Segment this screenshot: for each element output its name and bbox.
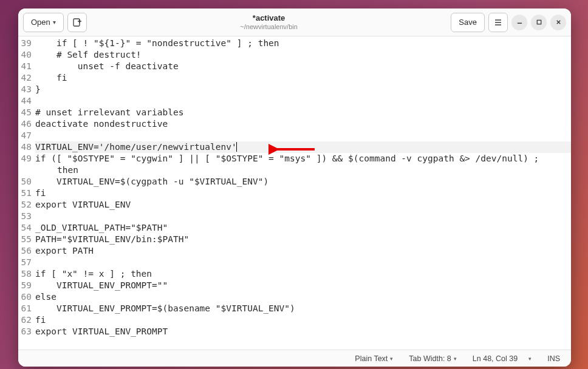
line-number: 49 bbox=[18, 153, 32, 164]
code-line[interactable]: VIRTUAL_ENV_PROMPT=$(basename "$VIRTUAL_… bbox=[35, 303, 571, 314]
close-button[interactable] bbox=[550, 15, 566, 30]
text-editor[interactable]: 3940414243444546474849505152535455565758… bbox=[18, 36, 571, 350]
line-number: 46 bbox=[18, 118, 32, 130]
code-line[interactable] bbox=[35, 130, 571, 141]
code-line[interactable]: else bbox=[35, 291, 571, 303]
chevron-down-icon: ▾ bbox=[528, 356, 532, 362]
new-tab-icon bbox=[72, 18, 82, 27]
open-label: Open bbox=[31, 18, 50, 27]
chevron-down-icon: ▾ bbox=[53, 19, 56, 25]
code-line[interactable]: # Self destruct! bbox=[35, 49, 571, 61]
line-number: 51 bbox=[18, 188, 32, 199]
minimize-icon bbox=[516, 19, 523, 25]
line-number: 62 bbox=[18, 314, 32, 326]
line-number: 39 bbox=[18, 38, 32, 49]
titlebar: Open ▾ *activate ~/newvirtualenv/bin Sav… bbox=[18, 8, 571, 36]
text-cursor bbox=[236, 142, 237, 152]
code-line[interactable]: export PATH bbox=[35, 245, 571, 257]
line-number: 61 bbox=[18, 303, 32, 314]
code-line[interactable]: then bbox=[35, 164, 571, 176]
line-number: 48 bbox=[18, 141, 32, 153]
statusbar: Plain Text ▾ Tab Width: 8 ▾ Ln 48, Col 3… bbox=[18, 350, 571, 367]
code-line[interactable]: } bbox=[35, 84, 571, 95]
hamburger-menu-button[interactable] bbox=[488, 13, 508, 32]
code-line[interactable]: if [ "x" != x ] ; then bbox=[35, 268, 571, 280]
line-number: 50 bbox=[18, 176, 32, 188]
open-button[interactable]: Open ▾ bbox=[23, 13, 64, 32]
code-line[interactable]: PATH="$VIRTUAL_ENV/bin:$PATH" bbox=[35, 234, 571, 245]
line-number: 56 bbox=[18, 245, 32, 257]
code-line[interactable] bbox=[35, 211, 571, 222]
code-line[interactable]: fi bbox=[35, 72, 571, 84]
code-line[interactable]: if [ ! "${1-}" = "nondestructive" ] ; th… bbox=[35, 38, 571, 49]
code-line[interactable] bbox=[35, 95, 571, 107]
line-number: 47 bbox=[18, 130, 32, 141]
tab-width-selector[interactable]: Tab Width: 8 ▾ bbox=[409, 354, 456, 363]
code-line[interactable]: if ([ "$OSTYPE" = "cygwin" ] || [ "$OSTY… bbox=[35, 153, 571, 164]
line-number: 58 bbox=[18, 268, 32, 280]
code-line[interactable]: fi bbox=[35, 188, 571, 199]
code-line[interactable]: unset -f deactivate bbox=[35, 61, 571, 72]
line-number: 44 bbox=[18, 95, 32, 107]
svg-rect-0 bbox=[74, 19, 80, 26]
language-selector[interactable]: Plain Text ▾ bbox=[355, 354, 393, 363]
code-line[interactable]: _OLD_VIRTUAL_PATH="$PATH" bbox=[35, 222, 571, 234]
insert-mode[interactable]: INS bbox=[547, 354, 560, 363]
code-line[interactable]: fi bbox=[35, 314, 571, 326]
line-number: 55 bbox=[18, 234, 32, 245]
code-line[interactable]: VIRTUAL_ENV='/home/user/newvirtualenv' bbox=[35, 141, 571, 153]
line-number: 54 bbox=[18, 222, 32, 234]
line-number: 42 bbox=[18, 72, 32, 84]
new-tab-button[interactable] bbox=[67, 13, 87, 32]
line-number: 63 bbox=[18, 326, 32, 337]
maximize-button[interactable] bbox=[531, 15, 547, 30]
line-number: 53 bbox=[18, 211, 32, 222]
line-number: 45 bbox=[18, 107, 32, 118]
save-label: Save bbox=[459, 18, 477, 27]
svg-rect-7 bbox=[537, 20, 541, 24]
cursor-position[interactable]: Ln 48, Col 39 ▾ bbox=[473, 354, 532, 363]
code-line[interactable]: VIRTUAL_ENV_PROMPT="" bbox=[35, 280, 571, 291]
editor-window: Open ▾ *activate ~/newvirtualenv/bin Sav… bbox=[18, 8, 571, 367]
line-number: 40 bbox=[18, 49, 32, 61]
maximize-icon bbox=[536, 19, 542, 25]
code-line[interactable]: export VIRTUAL_ENV_PROMPT bbox=[35, 326, 571, 337]
line-number: 43 bbox=[18, 84, 32, 95]
save-button[interactable]: Save bbox=[451, 13, 485, 32]
line-number: 57 bbox=[18, 257, 32, 268]
window-subtitle: ~/newvirtualenv/bin bbox=[240, 23, 297, 30]
code-line[interactable] bbox=[35, 257, 571, 268]
window-title: *activate bbox=[253, 14, 285, 22]
line-number: 60 bbox=[18, 291, 32, 303]
chevron-down-icon: ▾ bbox=[454, 356, 457, 362]
chevron-down-icon: ▾ bbox=[390, 356, 393, 362]
code-line[interactable]: deactivate nondestructive bbox=[35, 118, 571, 130]
code-line[interactable]: VIRTUAL_ENV=$(cygpath -u "$VIRTUAL_ENV") bbox=[35, 176, 571, 188]
line-number bbox=[18, 164, 32, 176]
line-number: 52 bbox=[18, 199, 32, 211]
close-icon bbox=[555, 19, 562, 25]
code-line[interactable]: export VIRTUAL_ENV bbox=[35, 199, 571, 211]
line-number: 41 bbox=[18, 61, 32, 72]
code-line[interactable]: # unset irrelevant variables bbox=[35, 107, 571, 118]
line-number: 59 bbox=[18, 280, 32, 291]
minimize-button[interactable] bbox=[511, 15, 527, 30]
hamburger-icon bbox=[494, 18, 502, 27]
